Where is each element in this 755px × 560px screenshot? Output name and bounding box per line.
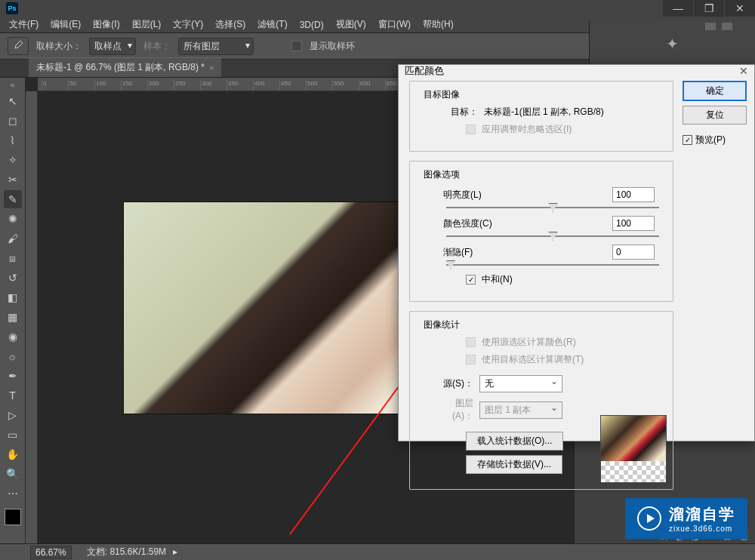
menu-select[interactable]: 选择(S) (209, 18, 251, 31)
menu-help[interactable]: 帮助(H) (417, 18, 460, 31)
menu-view[interactable]: 视图(V) (330, 18, 372, 31)
status-bar: 66.67% 文档: 815.6K/1.59M ▸ (0, 543, 755, 560)
menu-type[interactable]: 文字(Y) (167, 18, 209, 31)
load-stats-button[interactable]: 载入统计数据(O)... (466, 432, 563, 451)
dodge-tool[interactable]: ☼ (4, 347, 22, 365)
preview-label: 预览(P) (695, 134, 726, 146)
menu-image[interactable]: 图像(I) (87, 18, 125, 31)
use-target-sel-checkbox (466, 355, 476, 365)
panel-tab-1[interactable] (705, 23, 716, 30)
show-ring-checkbox[interactable] (291, 41, 302, 51)
ruler-tick: 500 (306, 80, 317, 91)
maximize-button[interactable]: ❐ (694, 0, 724, 17)
panel-tab-2[interactable] (722, 23, 732, 30)
ok-button[interactable]: 确定 (683, 81, 747, 101)
document-tab-title: 未标题-1 @ 66.7% (图层 1 副本, RGB/8) * (36, 61, 205, 74)
target-image-group: 目标图像 目标： 未标题-1(图层 1 副本, RGB/8) 应用调整时忽略选区… (409, 81, 673, 152)
intensity-slider[interactable] (446, 235, 659, 237)
pen-tool[interactable]: ✒ (4, 367, 22, 385)
neutralize-checkbox[interactable] (466, 275, 476, 285)
toolbox-collapse[interactable]: « (11, 81, 15, 89)
layer-label: 图层(A)： (436, 397, 473, 423)
edit-toolbar[interactable]: ⋯ (4, 485, 22, 503)
cancel-button[interactable]: 复位 (683, 106, 747, 125)
title-bar: Ps — ❐ ✕ (0, 0, 755, 17)
ruler-tick: 250 (174, 80, 185, 91)
ruler-tick: 650 (385, 80, 396, 91)
intensity-label: 颜色强度(C) (443, 217, 492, 230)
ruler-tick: 0 (42, 80, 46, 91)
source-dropdown[interactable]: 无 (479, 375, 562, 392)
magic-wand-tool[interactable]: ✧ (4, 151, 22, 169)
status-chevron-icon[interactable]: ▸ (173, 546, 177, 557)
watermark-url: zixue.3d66.com (669, 525, 735, 533)
brush-panel-icon[interactable]: ✦ (666, 35, 679, 53)
match-color-dialog: 匹配颜色 ✕ 目标图像 目标： 未标题-1(图层 1 副本, RGB/8) 应用… (398, 64, 755, 442)
use-source-sel-checkbox (466, 337, 476, 347)
ruler-tick: 450 (279, 80, 291, 91)
type-tool[interactable]: T (4, 386, 22, 405)
gradient-tool[interactable]: ▦ (4, 308, 22, 326)
sample-size-dropdown[interactable]: 取样点 (89, 38, 136, 55)
healing-tool[interactable]: ✺ (4, 210, 22, 228)
zoom-field[interactable]: 66.67% (30, 546, 72, 559)
sample-dropdown[interactable]: 所有图层 (178, 38, 254, 55)
document-tab[interactable]: 未标题-1 @ 66.7% (图层 1 副本, RGB/8) * × (29, 57, 221, 77)
ignore-selection-checkbox (466, 125, 476, 134)
panel-dock: ✦ (589, 21, 755, 66)
dialog-close-button[interactable]: ✕ (739, 65, 748, 77)
app-logo: Ps (6, 2, 18, 14)
save-stats-button[interactable]: 存储统计数据(V)... (466, 455, 562, 474)
target-label: 目标： (451, 106, 478, 118)
ruler-tick: 300 (200, 80, 211, 91)
menu-edit[interactable]: 编辑(E) (45, 18, 87, 31)
luminance-input[interactable] (612, 187, 655, 202)
fade-input[interactable] (612, 245, 655, 260)
sample-label: 样本： (143, 40, 171, 53)
history-brush-tool[interactable]: ↺ (4, 269, 22, 287)
intensity-input[interactable] (612, 216, 655, 231)
document-tab-close[interactable]: × (209, 63, 214, 72)
eyedropper-tool[interactable]: ✎ (4, 190, 22, 208)
crop-tool[interactable]: ✂ (4, 171, 22, 189)
zoom-tool[interactable]: 🔍 (4, 465, 22, 483)
move-tool[interactable]: ↖ (4, 92, 22, 110)
source-label: 源(S)： (436, 377, 473, 390)
dialog-title-bar[interactable]: 匹配颜色 ✕ (399, 65, 754, 76)
close-button[interactable]: ✕ (725, 0, 755, 17)
menu-window[interactable]: 窗口(W) (372, 18, 417, 31)
shape-tool[interactable]: ▭ (4, 426, 22, 444)
blur-tool[interactable]: ◉ (4, 328, 22, 346)
foreground-color[interactable] (5, 509, 21, 525)
menu-layer[interactable]: 图层(L) (126, 18, 168, 31)
target-value: 未标题-1(图层 1 副本, RGB/8) (484, 106, 604, 118)
canvas-image (124, 202, 399, 414)
image-options-group: 图像选项 明亮度(L) 颜色强度(C) (409, 161, 673, 302)
menu-filter[interactable]: 滤镜(T) (251, 18, 293, 31)
use-source-sel-label: 使用源选区计算颜色(R) (482, 336, 576, 349)
tool-preset-button[interactable] (8, 37, 29, 55)
menu-file[interactable]: 文件(F) (3, 18, 45, 31)
dialog-title: 匹配颜色 (405, 64, 444, 78)
brush-tool[interactable]: 🖌 (4, 229, 22, 248)
stamp-tool[interactable]: ⧆ (4, 249, 22, 267)
path-select-tool[interactable]: ▷ (4, 406, 22, 424)
lasso-tool[interactable]: ⌇ (4, 131, 22, 149)
eraser-tool[interactable]: ◧ (4, 288, 22, 306)
ruler-tick: 100 (94, 80, 106, 91)
toolbox: « ↖ ◻ ⌇ ✧ ✂ ✎ ✺ 🖌 ⧆ ↺ ◧ ▦ ◉ ☼ ✒ T ▷ ▭ ✋ … (0, 78, 26, 543)
hand-tool[interactable]: ✋ (4, 445, 22, 463)
minimize-button[interactable]: — (663, 0, 693, 17)
luminance-slider[interactable] (446, 207, 659, 208)
show-ring-label: 显示取样环 (310, 40, 355, 53)
preview-checkbox[interactable]: ✓ (683, 135, 692, 145)
luminance-label: 明亮度(L) (443, 189, 482, 202)
doc-size-label: 文档: (87, 546, 107, 557)
ignore-selection-label: 应用调整时忽略选区(I) (482, 123, 572, 136)
menu-3d[interactable]: 3D(D) (294, 20, 330, 30)
window-controls: — ❐ ✕ (662, 0, 755, 17)
ruler-tick: 600 (359, 80, 370, 91)
fade-slider[interactable] (446, 264, 659, 266)
marquee-tool[interactable]: ◻ (4, 112, 22, 130)
ruler-tick: 150 (121, 80, 132, 91)
